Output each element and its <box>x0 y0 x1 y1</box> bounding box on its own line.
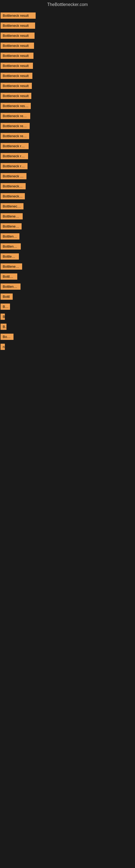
bottleneck-badge[interactable]: Bottleneck re <box>1 283 20 290</box>
bottleneck-badge[interactable]: Bottleneck result <box>1 163 28 169</box>
bottleneck-badge[interactable]: Bottleneck result <box>1 133 29 139</box>
bottleneck-badge[interactable]: Bottleneck <box>1 233 19 240</box>
list-item: Bottleneck result <box>1 41 134 51</box>
list-item: Bottleneck <box>1 231 134 241</box>
list-item: Bottleneck result <box>1 11 134 20</box>
bottleneck-badge[interactable]: Bottleneck result <box>1 53 34 59</box>
bottleneck-badge[interactable]: Bottleneck result <box>1 183 26 189</box>
bottleneck-badge[interactable]: Bottleneck result <box>1 173 27 179</box>
bottleneck-badge[interactable]: Bo <box>1 323 6 330</box>
bottleneck-badge[interactable]: Bottleneck result <box>1 113 30 119</box>
list-item: Bottleneck result <box>1 101 134 111</box>
list-item: Bottl <box>1 292 134 301</box>
list-item: Bottleneck resu <box>1 262 134 271</box>
bottleneck-badge[interactable]: Bottleneck result <box>1 12 36 19</box>
list-item: Bottlenec <box>1 272 134 281</box>
list-item: Bottleneck re <box>1 282 134 291</box>
bottleneck-badge[interactable]: Bottleneck result <box>1 143 29 149</box>
list-item: Bottleneck result <box>1 111 134 121</box>
bottleneck-badge[interactable]: Bottleneck re <box>1 243 21 250</box>
bottleneck-badge[interactable]: Bottleneck result <box>1 83 32 89</box>
list-item: Bottleneck res <box>1 202 134 211</box>
list-item: Bottleneck result <box>1 31 134 40</box>
list-item: Bottleneck result <box>1 21 134 30</box>
bottleneck-badge[interactable]: n <box>1 344 5 350</box>
list-item: Bottleneck result <box>1 182 134 191</box>
list-item: Bottleneck result <box>1 71 134 81</box>
bottleneck-badge[interactable]: Bottleneck result <box>1 73 32 79</box>
list-item: Bottleneck result <box>1 81 134 91</box>
list-item: Bottleneck result <box>1 121 134 131</box>
list-item: Bottleneck result <box>1 161 134 171</box>
bottleneck-badge[interactable]: B <box>1 314 5 320</box>
list-item: Bottleneck result <box>1 91 134 101</box>
list-item: Bottleneck result <box>1 212 134 221</box>
bottleneck-badge[interactable]: Bot <box>1 304 10 310</box>
list-item: Bottleneck re <box>1 222 134 231</box>
list-item: n <box>1 342 134 351</box>
bottleneck-badge[interactable]: Bottleneck res <box>1 203 24 209</box>
list-item: B <box>1 312 134 321</box>
bottleneck-badge[interactable]: Bottleneck result <box>1 103 31 109</box>
bottleneck-badge[interactable]: Bottleneck result <box>1 93 31 99</box>
bottleneck-badge[interactable]: Bottleneck r <box>1 253 19 259</box>
bottleneck-badge[interactable]: Bottleneck result <box>1 23 35 29</box>
bottleneck-badge[interactable]: Bottleneck re <box>1 223 21 229</box>
list-item: Bottleneck result <box>1 51 134 61</box>
list-item: Bottleneck re <box>1 242 134 251</box>
list-item: Bottleneck r <box>1 252 134 261</box>
bottleneck-badge[interactable]: Bottleneck result <box>1 123 30 129</box>
bottleneck-badge[interactable]: Bottleneck resu <box>1 264 22 270</box>
list-item: Bottle <box>1 332 134 341</box>
items-container: Bottleneck resultBottleneck resultBottle… <box>0 9 135 353</box>
bottleneck-badge[interactable]: Bottl <box>1 293 13 300</box>
bottleneck-badge[interactable]: Bottleneck result <box>1 153 28 159</box>
list-item: Bottleneck result <box>1 172 134 181</box>
list-item: Bottleneck result <box>1 151 134 161</box>
bottleneck-badge[interactable]: Bottleneck result <box>1 63 33 69</box>
bottleneck-badge[interactable]: Bottleneck result <box>1 213 23 219</box>
list-item: Bottleneck result <box>1 191 134 201</box>
bottleneck-badge[interactable]: Bottleneck result <box>1 33 35 39</box>
bottleneck-badge[interactable]: Bottleneck result <box>1 193 25 199</box>
bottleneck-badge[interactable]: Bottleneck result <box>1 42 34 49</box>
list-item: Bottleneck result <box>1 141 134 151</box>
site-title: TheBottlenecker.com <box>0 0 135 9</box>
bottleneck-badge[interactable]: Bottlenec <box>1 273 17 280</box>
list-item: Bottleneck result <box>1 131 134 141</box>
list-item: Bot <box>1 302 134 311</box>
list-item: Bo <box>1 322 134 332</box>
bottleneck-badge[interactable]: Bottle <box>1 334 13 340</box>
list-item: Bottleneck result <box>1 61 134 70</box>
